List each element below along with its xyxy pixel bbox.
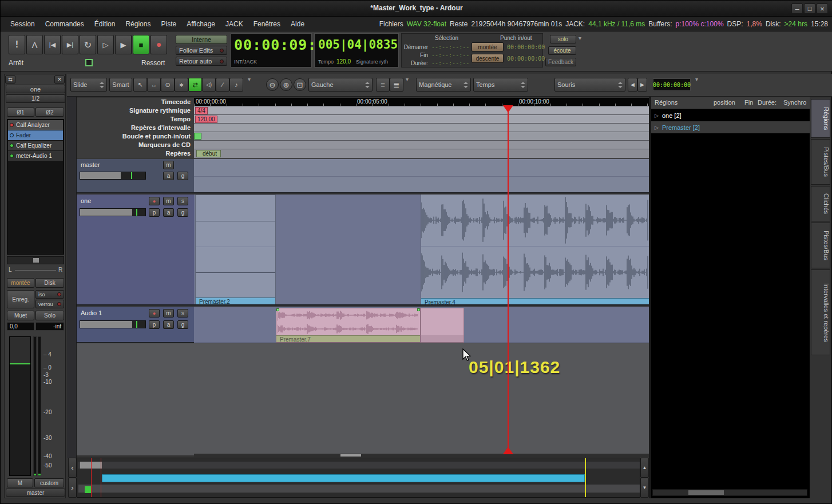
- ruler-label-markers[interactable]: Repères: [77, 149, 194, 158]
- secondary-clock-panel[interactable]: 005|04|0835 Tempo 120,0 Signature ryth: [314, 33, 399, 68]
- feedback-button[interactable]: Feedback: [545, 58, 576, 66]
- regions-panel-hscrollbar[interactable]: [652, 489, 807, 496]
- timecode-ruler[interactable]: 00:00:00:00 00:00:05:00 00:00:10:00: [194, 98, 649, 106]
- close-button[interactable]: ×: [817, 3, 828, 14]
- processor-calf-analyzer[interactable]: Calf Analyzer: [8, 120, 63, 130]
- tab-intervalles[interactable]: Intervalles et repères: [811, 269, 830, 355]
- region-group-label[interactable]: Premaster [2]: [662, 124, 700, 131]
- selection-end-clock[interactable]: --:--:--:--: [431, 52, 469, 58]
- solo-iso-button[interactable]: iso: [35, 290, 64, 299]
- processor-led[interactable]: [10, 154, 14, 158]
- peak-display[interactable]: -inf: [35, 322, 64, 331]
- tool-zoom-button[interactable]: ⊙: [161, 78, 175, 92]
- track-gain-fader[interactable]: [80, 320, 146, 328]
- zoom-focus-combo[interactable]: Gauche: [308, 78, 373, 92]
- menu-regions[interactable]: Régions: [120, 20, 156, 28]
- track-header-audio1[interactable]: Audio 1 ● m s p a g: [77, 307, 194, 343]
- menu-session[interactable]: Session: [5, 20, 40, 28]
- mute-button[interactable]: Muet: [7, 311, 34, 320]
- start-marker-tag[interactable]: début: [196, 150, 221, 157]
- processor-box[interactable]: Calf Analyzer Fader Calf Equalizer meter…: [7, 119, 64, 255]
- metronome-button[interactable]: Λ: [26, 35, 43, 54]
- tool-range-button[interactable]: ↔: [147, 78, 161, 92]
- zoom-in-button[interactable]: ⊕: [280, 78, 292, 91]
- column-synchro[interactable]: Synchro: [783, 99, 806, 106]
- group-button[interactable]: g: [177, 172, 188, 180]
- metering-point-button[interactable]: M: [7, 478, 33, 487]
- loop-button[interactable]: ↻: [80, 35, 96, 54]
- mute-button[interactable]: m: [163, 161, 174, 169]
- ruler-label-tempo[interactable]: Tempo: [77, 115, 194, 124]
- playhead-top-marker[interactable]: [503, 105, 513, 113]
- listen-button[interactable]: écoute: [548, 46, 576, 55]
- track-name[interactable]: master: [81, 161, 100, 168]
- gain-fader[interactable]: [9, 336, 31, 476]
- region-name-bar[interactable]: Premaster.2: [196, 297, 275, 305]
- tab-cliches[interactable]: Clichés: [811, 186, 830, 221]
- solo-button[interactable]: s: [177, 309, 188, 318]
- strip-narrow-button[interactable]: ⇆: [5, 76, 15, 84]
- monitor-input-button[interactable]: montée: [7, 278, 34, 288]
- automation-button[interactable]: a: [163, 208, 174, 217]
- menu-aide[interactable]: Aide: [286, 20, 310, 28]
- automation-button[interactable]: a: [163, 172, 174, 180]
- layer-display-button[interactable]: ≡: [376, 78, 390, 92]
- tool-stretch-button[interactable]: ∗: [175, 78, 188, 92]
- phase-1-button[interactable]: Ø1: [7, 108, 34, 117]
- primary-clock-panel[interactable]: 00:00:09:21 INT/JACK: [231, 33, 312, 68]
- processor-meter[interactable]: meter-Audio 1: [8, 151, 63, 161]
- nudge-back-button[interactable]: ◀: [628, 78, 637, 92]
- tab-pistes-bus-1[interactable]: Pistes/Bus: [811, 139, 830, 185]
- edit-point-combo[interactable]: Souris: [554, 78, 625, 92]
- menu-affichage[interactable]: Affichage: [181, 20, 220, 28]
- stacked-display-button[interactable]: ≣: [390, 78, 403, 92]
- output-button[interactable]: master: [6, 489, 65, 497]
- stop-button[interactable]: ■: [133, 35, 149, 54]
- region-group-label[interactable]: one [2]: [662, 112, 682, 119]
- smart-toggle[interactable]: Smart: [109, 78, 132, 92]
- editor-canvas[interactable]: [77, 343, 649, 455]
- record-arm-button[interactable]: ●: [149, 197, 160, 205]
- column-fin[interactable]: Fin: [744, 99, 753, 106]
- tool-grab-button[interactable]: ↖: [133, 78, 147, 92]
- grid-unit-combo[interactable]: Temps: [473, 78, 528, 92]
- nudge-forward-button[interactable]: ▶: [637, 78, 647, 92]
- disclosure-icon[interactable]: ▷: [655, 125, 659, 130]
- menu-piste[interactable]: Piste: [156, 20, 181, 28]
- zoom-out-button[interactable]: ⊖: [266, 78, 279, 91]
- menu-fenetres[interactable]: Fenêtres: [248, 20, 286, 28]
- strip-io-button[interactable]: 1/2: [6, 94, 65, 103]
- region-list-row[interactable]: ▷ one [2]: [651, 109, 810, 121]
- mute-button[interactable]: m: [163, 309, 174, 318]
- solo-caret-icon[interactable]: ▾: [579, 35, 581, 41]
- snap-mode-combo[interactable]: Magnétique: [416, 78, 471, 92]
- ruler-label-timecode[interactable]: Timecode: [77, 98, 194, 106]
- summary-scroll-left-button[interactable]: ‹: [68, 458, 77, 478]
- column-position[interactable]: position: [714, 99, 735, 106]
- monitor-disk-button[interactable]: Disk: [35, 278, 64, 288]
- selection-start-clock[interactable]: --:--:--:--: [431, 44, 469, 50]
- ruler-label-cd-markers[interactable]: Marqueurs de CD: [77, 141, 194, 149]
- loop-range-mark[interactable]: [194, 133, 201, 140]
- ruler-label-ranges[interactable]: Repères d'intervalle: [77, 124, 194, 132]
- ruler-label-signature[interactable]: Signature rythmique: [77, 106, 194, 115]
- automation-button[interactable]: a: [163, 320, 174, 329]
- tool-internal-button[interactable]: ♪: [229, 78, 243, 92]
- editor-hscrollbar[interactable]: [194, 454, 649, 457]
- region-premaster4[interactable]: Premaster.4: [421, 195, 649, 305]
- hscrollbar-thumb[interactable]: [340, 454, 361, 457]
- track-content-master[interactable]: [194, 159, 649, 193]
- tool-draw-button[interactable]: ∕: [216, 78, 229, 92]
- track-header-master[interactable]: master m a g: [77, 159, 194, 193]
- ranges-ruler[interactable]: [194, 124, 649, 132]
- tempo-tag[interactable]: 120,00: [195, 116, 217, 123]
- strip-hide-button[interactable]: ✕: [54, 76, 65, 84]
- playhead-bottom-marker[interactable]: [503, 447, 513, 454]
- record-enable-button[interactable]: Enreg.: [7, 290, 34, 308]
- menu-jack[interactable]: JACK: [220, 20, 248, 28]
- track-content-one[interactable]: Premaster.2 Premaster.4: [194, 195, 649, 305]
- play-button[interactable]: ▶: [115, 35, 132, 54]
- pan-handle[interactable]: [33, 257, 39, 263]
- solo-button[interactable]: s: [177, 197, 188, 205]
- cd-markers-ruler[interactable]: [194, 141, 649, 149]
